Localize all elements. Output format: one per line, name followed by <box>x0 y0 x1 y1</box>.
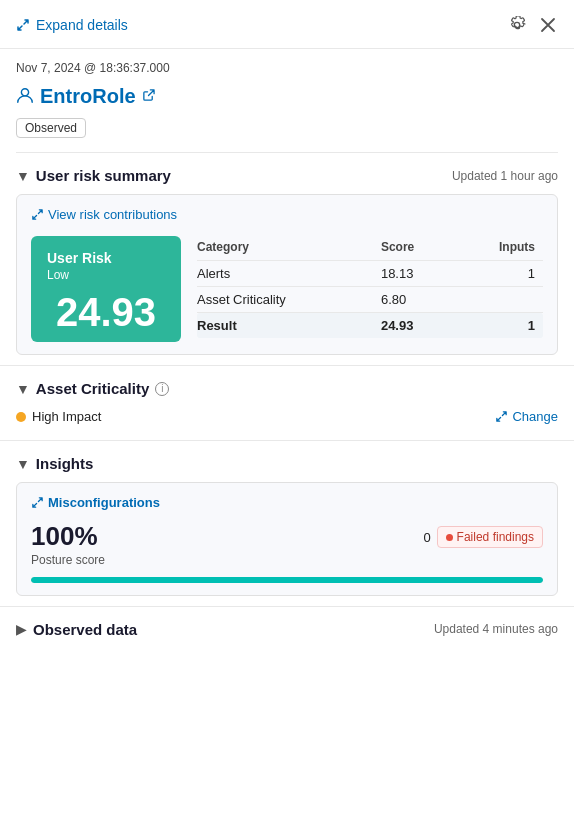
header-icons <box>506 14 558 36</box>
risk-summary-title-group: ▼ User risk summary <box>16 167 171 184</box>
asset-criticality-header: ▼ Asset Criticality i <box>16 380 558 397</box>
user-risk-tile: User Risk Low 24.93 <box>31 236 181 342</box>
entity-row: EntroRole <box>0 81 574 118</box>
expand-details-button[interactable]: Expand details <box>16 17 128 33</box>
failed-dot <box>446 534 453 541</box>
row-asset-inputs <box>459 287 543 313</box>
row-asset-score: 6.80 <box>381 287 460 313</box>
risk-tile-level: Low <box>47 268 165 282</box>
misconfigurations-label: Misconfigurations <box>48 495 160 510</box>
close-button[interactable] <box>538 15 558 35</box>
user-icon <box>16 86 34 108</box>
external-link-icon[interactable] <box>142 89 155 105</box>
ac-value-row: High Impact Change <box>16 409 558 424</box>
posture-row: 100% Posture score 0 Failed findings <box>31 522 543 567</box>
col-score: Score <box>381 236 460 261</box>
observed-title-group: ▶ Observed data <box>16 621 137 638</box>
settings-button[interactable] <box>506 14 528 36</box>
risk-table: Category Score Inputs Alerts 18.13 1 Ass… <box>197 236 543 342</box>
col-category: Category <box>197 236 381 261</box>
risk-tile-label: User Risk <box>47 250 165 266</box>
posture-right: 0 Failed findings <box>423 526 543 548</box>
failed-findings-badge: Failed findings <box>437 526 543 548</box>
info-icon[interactable]: i <box>155 382 169 396</box>
close-icon <box>540 17 556 33</box>
observed-data-updated: Updated 4 minutes ago <box>434 622 558 636</box>
observed-data-section: ▶ Observed data Updated 4 minutes ago <box>0 606 574 652</box>
insights-title-group: ▼ Insights <box>16 455 93 472</box>
risk-content: User Risk Low 24.93 Category Score Input… <box>31 236 543 342</box>
posture-label: Posture score <box>31 553 105 567</box>
high-impact-dot <box>16 412 26 422</box>
result-label: Result <box>197 313 381 339</box>
asset-criticality-section: ▼ Asset Criticality i High Impact Change <box>0 365 574 441</box>
timestamp: Nov 7, 2024 @ 18:36:37.000 <box>0 49 574 81</box>
asset-criticality-title: Asset Criticality <box>36 380 149 397</box>
result-score: 24.93 <box>381 313 460 339</box>
misconfigurations-card: Misconfigurations 100% Posture score 0 F… <box>16 482 558 596</box>
progress-bar-fill <box>31 577 543 583</box>
panel-header: Expand details <box>0 0 574 49</box>
risk-summary-card: View risk contributions User Risk Low 24… <box>16 194 558 355</box>
row-alerts-inputs: 1 <box>459 261 543 287</box>
failed-findings-label: Failed findings <box>457 530 534 544</box>
row-alerts-category: Alerts <box>197 261 381 287</box>
kibana-link-icon <box>31 208 44 221</box>
ac-value-group: High Impact <box>16 409 101 424</box>
table-row: Alerts 18.13 1 <box>197 261 543 287</box>
high-impact-label: High Impact <box>32 409 101 424</box>
risk-tile-score: 24.93 <box>47 292 165 332</box>
risk-summary-header: ▼ User risk summary Updated 1 hour ago <box>16 167 558 184</box>
ac-chevron-icon[interactable]: ▼ <box>16 381 30 397</box>
observed-chevron-icon[interactable]: ▶ <box>16 621 27 637</box>
result-inputs: 1 <box>459 313 543 339</box>
expand-details-label: Expand details <box>36 17 128 33</box>
entity-name: EntroRole <box>40 85 136 108</box>
view-risk-contributions-link[interactable]: View risk contributions <box>31 207 543 222</box>
risk-summary-title: User risk summary <box>36 167 171 184</box>
observed-data-title: Observed data <box>33 621 137 638</box>
misconfigurations-kibana-icon <box>31 496 44 509</box>
risk-summary-updated: Updated 1 hour ago <box>452 169 558 183</box>
change-label: Change <box>512 409 558 424</box>
collapse-icon <box>16 18 30 32</box>
row-alerts-score: 18.13 <box>381 261 460 287</box>
svg-point-0 <box>21 88 28 95</box>
findings-count: 0 <box>423 530 430 545</box>
ac-title-group: ▼ Asset Criticality i <box>16 380 169 397</box>
misconfigurations-title-group: Misconfigurations <box>31 495 543 510</box>
posture-left: 100% Posture score <box>31 522 105 567</box>
insights-chevron-icon[interactable]: ▼ <box>16 456 30 472</box>
change-kibana-icon <box>495 410 508 423</box>
change-button[interactable]: Change <box>495 409 558 424</box>
row-asset-category: Asset Criticality <box>197 287 381 313</box>
observed-badge: Observed <box>16 118 86 138</box>
result-row: Result 24.93 1 <box>197 313 543 339</box>
posture-score: 100% <box>31 522 105 551</box>
user-risk-summary-section: ▼ User risk summary Updated 1 hour ago V… <box>0 153 574 365</box>
gear-icon <box>508 16 526 34</box>
col-inputs: Inputs <box>459 236 543 261</box>
table-row: Asset Criticality 6.80 <box>197 287 543 313</box>
insights-header: ▼ Insights <box>16 455 558 472</box>
progress-bar <box>31 577 543 583</box>
risk-summary-chevron-icon[interactable]: ▼ <box>16 168 30 184</box>
insights-section: ▼ Insights Misconfigurations 100% Postur… <box>0 441 574 606</box>
insights-title: Insights <box>36 455 94 472</box>
